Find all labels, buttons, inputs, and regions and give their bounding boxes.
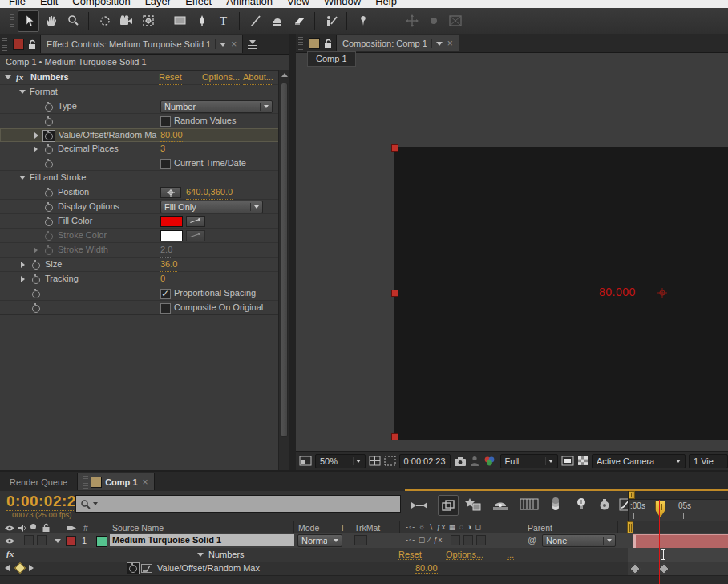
display-options-dropdown[interactable]: Fill Only	[160, 201, 263, 213]
random-values-checkbox[interactable]	[160, 116, 171, 127]
tab-dropdown-icon[interactable]	[220, 43, 226, 47]
scrollbar-thumb[interactable]	[281, 83, 288, 437]
number-column-header[interactable]: #	[83, 523, 88, 533]
pen-tool-icon[interactable]	[192, 11, 212, 31]
tracking-stopwatch-icon[interactable]	[32, 276, 40, 284]
rectangle-tool-icon[interactable]	[170, 11, 190, 31]
layer-name-selected[interactable]: Medium Turquoise Solid 1	[110, 534, 294, 546]
timeline-options-link[interactable]: Options...	[446, 550, 483, 560]
trkmat-column-header[interactable]: TrkMat	[354, 523, 380, 533]
reset-link[interactable]: Reset	[159, 71, 182, 85]
auto-keyframe-icon[interactable]	[598, 497, 611, 512]
preview-grid-icon[interactable]	[299, 454, 312, 468]
tab-dropdown-icon[interactable]	[436, 42, 443, 46]
parent-column-header[interactable]: Parent	[528, 523, 552, 533]
menu-file[interactable]: File	[2, 0, 33, 7]
size-value[interactable]: 36.0	[160, 258, 177, 272]
time-navigator[interactable]	[629, 491, 728, 500]
timeline-more-link[interactable]: ...	[507, 550, 514, 560]
safe-margins-icon[interactable]	[369, 454, 381, 468]
puppet-pin-tool-icon[interactable]	[353, 11, 373, 31]
current-time-indicator[interactable]	[655, 501, 665, 517]
layer-row[interactable]: 1 Medium Turquoise Solid 1 Normal -◦- ▢ …	[0, 533, 728, 549]
layer-label-chip[interactable]	[66, 536, 76, 546]
timeline-reset-link[interactable]: Reset	[398, 550, 422, 560]
effect-controls-scrollbar[interactable]	[278, 70, 289, 470]
composition-tab[interactable]: Composition: Comp 1 ×	[336, 35, 459, 51]
effect-point-icon[interactable]	[657, 288, 667, 298]
panel-menu-icon[interactable]	[248, 40, 257, 49]
toolbar-grip[interactable]	[10, 14, 14, 27]
selection-handle-top-left[interactable]	[391, 144, 398, 152]
timeline-comp-tab[interactable]: Comp 1 ×	[77, 473, 154, 490]
format-twirl-icon[interactable]	[19, 90, 26, 94]
proportional-stopwatch-icon[interactable]	[32, 290, 40, 298]
frame-blend-icon[interactable]	[492, 498, 508, 513]
panel-grip[interactable]	[83, 476, 88, 489]
effect-point-button[interactable]	[160, 187, 181, 198]
pan-behind-tool-icon[interactable]	[138, 11, 158, 31]
decimal-twirl-icon[interactable]	[34, 146, 38, 152]
comp-canvas[interactable]	[394, 147, 728, 440]
layer-switches[interactable]: -◦- ▢ ∕ ƒx	[406, 536, 443, 544]
roto-brush-tool-icon[interactable]	[321, 11, 341, 31]
previous-keyframe-icon[interactable]	[5, 565, 10, 571]
search-options-icon[interactable]	[93, 502, 98, 505]
layer-visibility-eye-icon[interactable]	[4, 537, 15, 545]
menu-view[interactable]: View	[280, 0, 317, 7]
proportional-checkbox[interactable]	[160, 289, 171, 299]
current-time-checkbox[interactable]	[160, 159, 171, 169]
position-stopwatch-icon[interactable]	[45, 189, 53, 197]
value-offset-value[interactable]: 80.00	[160, 129, 183, 142]
value-offset-timeline-row[interactable]: Value/Offset/Random Max 80.00	[0, 562, 728, 576]
tab-close-icon[interactable]: ×	[143, 478, 148, 486]
channels-icon[interactable]	[483, 454, 497, 468]
layer-motionblur-box[interactable]	[451, 535, 460, 545]
type-stopwatch-icon[interactable]	[45, 103, 53, 112]
keyframe-diamond[interactable]	[629, 563, 641, 574]
source-name-column-header[interactable]: Source Name	[112, 523, 164, 533]
resolution-dropdown[interactable]: Full	[500, 454, 558, 468]
time-navigator-handle[interactable]	[627, 521, 633, 534]
menu-layer[interactable]: Layer	[138, 0, 179, 7]
layer-duration-bar[interactable]	[633, 534, 728, 548]
zoom-tool-icon[interactable]	[63, 11, 83, 31]
comp-mini-flowchart-icon[interactable]	[411, 498, 428, 513]
fill-color-stopwatch-icon[interactable]	[45, 218, 53, 226]
motion-blur-icon[interactable]	[520, 497, 539, 511]
time-ruler[interactable]: :00s 05s	[628, 491, 728, 521]
lock-icon[interactable]	[27, 39, 37, 50]
panel-grip[interactable]	[298, 37, 303, 50]
tab-close-icon[interactable]: ×	[231, 40, 237, 48]
selection-tool-icon[interactable]	[18, 10, 39, 32]
layer-twirl-icon[interactable]	[55, 539, 61, 543]
layer-adjustment-box[interactable]	[463, 535, 473, 545]
stroke-width-twirl-icon[interactable]	[34, 247, 38, 253]
size-stopwatch-icon[interactable]	[32, 262, 40, 270]
clone-stamp-tool-icon[interactable]	[267, 11, 287, 31]
fill-color-swatch[interactable]	[160, 216, 183, 227]
prop-value[interactable]: 80.00	[415, 563, 438, 574]
menu-composition[interactable]: Composition	[65, 0, 137, 7]
menu-animation[interactable]: Animation	[219, 0, 280, 7]
effect-controls-tab[interactable]: Effect Controls: Medium Turquoise Solid …	[40, 35, 243, 53]
search-input[interactable]	[75, 495, 401, 513]
menu-window[interactable]: Window	[317, 0, 368, 7]
camera-tool-icon[interactable]	[116, 11, 136, 31]
selection-handle-mid-left[interactable]	[391, 290, 398, 297]
render-queue-tab[interactable]: Render Queue	[0, 477, 77, 487]
brush-tool-icon[interactable]	[245, 11, 265, 31]
next-keyframe-icon[interactable]	[29, 565, 34, 571]
panel-divider[interactable]	[289, 34, 296, 470]
hide-shy-layers-icon[interactable]	[465, 497, 481, 512]
scroll-up-icon[interactable]	[279, 70, 289, 80]
options-link[interactable]: Options...	[202, 71, 240, 85]
comp-viewer[interactable]: 80.000	[296, 67, 728, 451]
display-options-stopwatch-icon[interactable]	[45, 204, 53, 212]
draft-3d-icon[interactable]	[438, 495, 459, 516]
effect-row-track[interactable]	[628, 548, 728, 562]
random-values-stopwatch-icon[interactable]	[45, 118, 53, 126]
keyframe-at-current-time-icon[interactable]	[14, 562, 26, 574]
panel-grip[interactable]	[2, 38, 7, 51]
hand-tool-icon[interactable]	[41, 11, 61, 31]
